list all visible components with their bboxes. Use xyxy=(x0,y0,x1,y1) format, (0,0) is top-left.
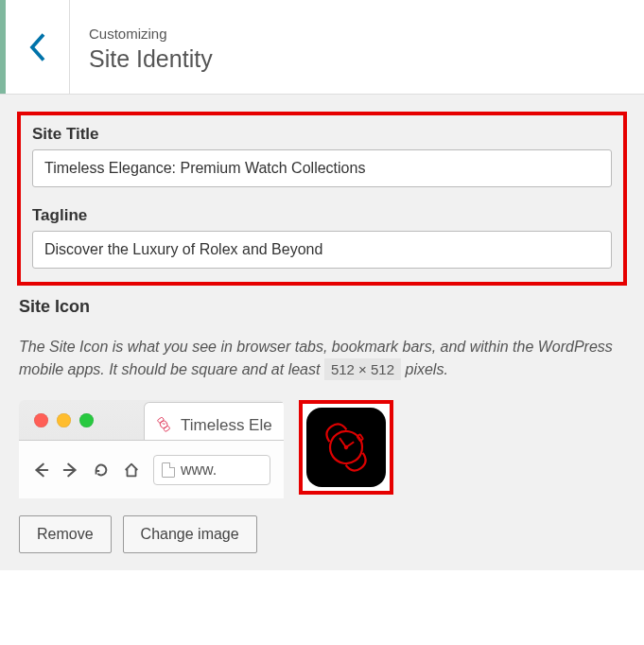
page-title: Site Identity xyxy=(89,45,213,73)
site-icon-description: The Site Icon is what you see in browser… xyxy=(19,336,625,381)
window-minimize-icon xyxy=(57,413,71,427)
reload-icon xyxy=(93,462,110,479)
site-title-label: Site Title xyxy=(32,125,612,144)
window-zoom-icon xyxy=(79,413,94,427)
site-icon-image xyxy=(306,408,386,487)
favicon-preview-icon xyxy=(156,417,173,434)
site-icon-section: Site Icon The Site Icon is what you see … xyxy=(17,289,627,553)
svg-line-9 xyxy=(346,442,354,447)
remove-button[interactable]: Remove xyxy=(19,515,112,553)
customizer-header: Customizing Site Identity xyxy=(0,0,644,95)
site-icon-dimensions: 512 × 512 xyxy=(324,358,401,380)
home-icon xyxy=(123,462,140,479)
svg-line-8 xyxy=(339,438,346,447)
site-icon-buttons: Remove Change image xyxy=(19,515,625,553)
site-icon-heading: Site Icon xyxy=(19,297,625,317)
traffic-lights xyxy=(34,413,94,427)
site-icon-desc-b: pixels. xyxy=(405,361,447,377)
window-close-icon xyxy=(34,413,48,427)
back-button[interactable] xyxy=(6,0,70,94)
site-title-input[interactable] xyxy=(32,149,612,187)
nav-forward-icon xyxy=(62,462,79,479)
customizer-body: Site Title Tagline Site Icon The Site Ic… xyxy=(0,95,644,570)
browser-toolbar: www. xyxy=(19,440,284,498)
site-icon-large-preview xyxy=(299,400,393,495)
browser-preview: Timeless Ele www. xyxy=(19,400,284,498)
nav-back-icon xyxy=(32,462,49,479)
highlighted-fields: Site Title Tagline xyxy=(17,112,627,286)
watch-icon xyxy=(313,414,379,480)
site-icon-preview-row: Timeless Ele www. xyxy=(19,400,625,498)
page-icon xyxy=(162,462,175,478)
change-image-button[interactable]: Change image xyxy=(123,515,257,553)
browser-tab: Timeless Ele xyxy=(144,402,284,440)
header-titles: Customizing Site Identity xyxy=(70,0,232,94)
tagline-label: Tagline xyxy=(32,206,612,225)
url-text: www. xyxy=(181,462,217,479)
tagline-input[interactable] xyxy=(32,231,612,269)
url-bar: www. xyxy=(153,455,270,485)
chevron-left-icon xyxy=(29,33,46,61)
site-icon-desc-a: The Site Icon is what you see in browser… xyxy=(19,339,613,377)
tab-title-preview: Timeless Ele xyxy=(181,416,272,435)
breadcrumb: Customizing xyxy=(89,26,213,42)
